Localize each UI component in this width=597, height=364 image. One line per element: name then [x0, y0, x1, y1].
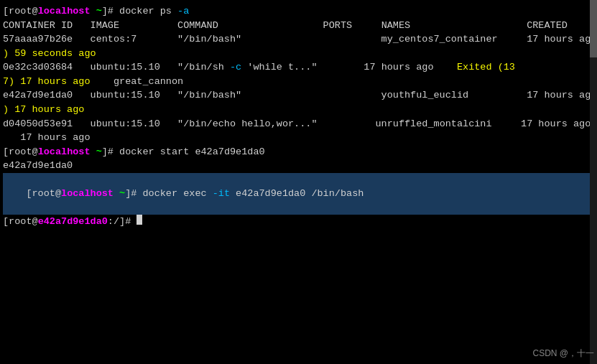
- line-container-4b: 17 hours ago: [3, 131, 594, 145]
- line-col-headers: CONTAINER ID IMAGE COMMAND PORTS NAMES C…: [3, 19, 594, 33]
- prompt-hash-new: #: [125, 215, 136, 229]
- prompt-user-3: root: [32, 188, 55, 199]
- line-container-2b: 7) 17 hours ago great_cannon: [3, 75, 594, 89]
- prompt-hostname-3: localhost: [61, 188, 114, 199]
- img-1: centos:7: [91, 32, 178, 47]
- prompt-hash: #: [108, 4, 119, 19]
- cid-3: e42a7d9e1da0: [3, 88, 91, 103]
- cursor-blink: [136, 215, 142, 225]
- scrollbar-thumb[interactable]: [590, 0, 597, 57]
- prompt-hash-2: #: [108, 145, 119, 159]
- line-container-1a: 57aaaa97b26e centos:7 "/bin/bash" my_cen…: [3, 32, 594, 47]
- prompt-at-2: @: [32, 145, 38, 159]
- cid-2: 0e32c3d03684: [3, 60, 91, 75]
- line-new-prompt: [root@e42a7d9e1da0:/]#: [3, 215, 594, 229]
- prompt-at-new: @: [32, 215, 38, 229]
- bracket-open-3: [: [26, 188, 32, 199]
- cmd-docker-ps: docker ps: [119, 4, 177, 19]
- cmd-3: "/bin/bash": [177, 88, 381, 103]
- cmd-4: "/bin/echo hello,wor...": [177, 117, 375, 131]
- line-container-3a: e42a7d9e1da0 ubuntu:15.10 "/bin/bash" yo…: [3, 88, 594, 103]
- line-docker-exec: [root@localhost ~]# docker exec -it e42a…: [3, 173, 594, 215]
- prompt-path: ~: [91, 4, 102, 19]
- created-1: 17 hours ago: [527, 32, 597, 47]
- img-4: ubuntu:15.10: [91, 117, 178, 131]
- prompt-container-id: e42a7d9e1da0: [38, 215, 108, 229]
- line-container-1b: ) 59 seconds ago: [3, 47, 594, 61]
- header-command: COMMAND: [177, 19, 323, 33]
- status-4b: 17 hours ago: [3, 131, 91, 145]
- status-2: Exited (13: [457, 60, 515, 75]
- status-3b: ) 17 hours ago: [3, 103, 84, 117]
- line-container-3b: ) 17 hours ago: [3, 103, 594, 117]
- names-3: youthful_euclid: [381, 88, 527, 103]
- line-container-2a: 0e32c3d03684 ubuntu:15.10 "/bin/sh -c 'w…: [3, 60, 594, 75]
- cmd-flag-it: -it: [213, 188, 230, 199]
- header-ports: PORTS: [323, 19, 381, 33]
- prompt-hostname: localhost: [38, 4, 91, 19]
- prompt-user: root: [9, 4, 32, 19]
- cmd-docker-exec: docker exec: [142, 188, 212, 199]
- line-container-id-output: e42a7d9e1da0: [3, 159, 594, 173]
- cmd-docker-start: docker start e42a7d9e1da0: [119, 145, 265, 159]
- prompt-path-new: :/: [108, 215, 119, 229]
- img-3: ubuntu:15.10: [91, 88, 178, 103]
- scrollbar[interactable]: [590, 0, 597, 364]
- status-1b: ) 59 seconds ago: [3, 47, 96, 61]
- prompt-user-new: root: [9, 215, 32, 229]
- prompt-hostname-2: localhost: [38, 145, 91, 159]
- created-2: 17 hours ago: [364, 60, 457, 75]
- cmd-flag-a: -a: [177, 4, 189, 19]
- prompt-path-3: ~: [114, 188, 125, 199]
- line-docker-start: [root@localhost ~]# docker start e42a7d9…: [3, 145, 594, 159]
- prompt-user-2: root: [9, 145, 32, 159]
- bracket-close: ]: [102, 4, 108, 19]
- cmd-1: "/bin/bash": [177, 32, 381, 47]
- prompt-at-3: @: [55, 188, 61, 199]
- img-2: ubuntu:15.10: [91, 60, 178, 75]
- cmd-2: "/bin/sh: [177, 60, 230, 75]
- line-docker-ps: [root@localhost ~]# docker ps -a: [3, 4, 594, 19]
- header-created: CREATED: [527, 19, 597, 33]
- line-container-4a: d04050d53e91 ubuntu:15.10 "/bin/echo hel…: [3, 117, 594, 131]
- prompt-path-2: ~: [91, 145, 102, 159]
- cmd-exec-rest: e42a7d9e1da0 /bin/bash: [230, 188, 364, 199]
- header-names: NAMES: [381, 19, 527, 33]
- csdn-watermark: CSDN @，十一: [532, 347, 594, 360]
- bracket-open-2: [: [3, 145, 9, 159]
- names-4: unruffled_montalcini: [376, 117, 522, 131]
- cid-1: 57aaaa97b26e: [3, 32, 91, 47]
- bracket-close-2: ]: [102, 145, 108, 159]
- header-image: IMAGE: [91, 19, 178, 33]
- created-4: 17 hours ago: [521, 117, 597, 131]
- prompt-at: @: [32, 4, 38, 19]
- prompt-hash-3: #: [131, 188, 142, 199]
- output-container-id: e42a7d9e1da0: [3, 159, 73, 173]
- bracket-open: [: [3, 4, 9, 19]
- status-2b: 7) 17 hours ago: [3, 75, 114, 89]
- names-1: my_centos7_container: [381, 32, 527, 47]
- terminal: [root@localhost ~]# docker ps -a CONTAIN…: [0, 0, 597, 364]
- header-container-id: CONTAINER ID: [3, 19, 91, 33]
- created-3: 17 hours ago: [527, 88, 597, 103]
- bracket-close-4: ]: [119, 215, 125, 229]
- cid-4: d04050d53e91: [3, 117, 91, 131]
- names-2: great_cannon: [114, 75, 183, 89]
- cmd-2b: 'while t...": [241, 60, 364, 75]
- cmd2-flag: -c: [230, 60, 241, 75]
- bracket-open-4: [: [3, 215, 9, 229]
